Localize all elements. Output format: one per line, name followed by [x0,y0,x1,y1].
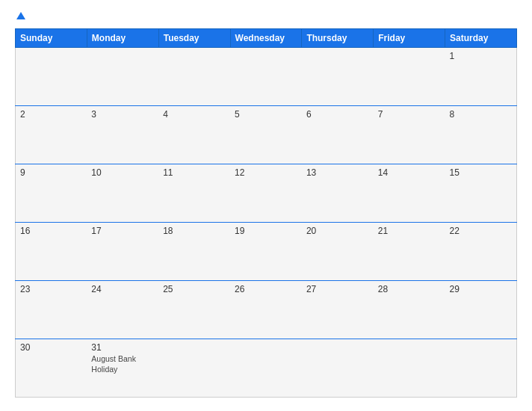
day-number: 6 [306,109,369,120]
logo-blue [15,12,25,19]
weekday-header-thursday: Thursday [302,29,374,48]
calendar-cell [230,48,302,106]
calendar-cell: 8 [445,106,517,164]
calendar-cell: 5 [230,106,302,164]
calendar-cell [158,48,230,106]
calendar-cell [16,48,87,106]
day-number: 14 [378,167,441,178]
calendar-cell: 15 [445,164,517,223]
event-label: August Bank Holiday [91,354,154,374]
week-row-2: 2345678 [16,106,517,164]
calendar-cell: 27 [302,281,374,339]
calendar-cell: 6 [302,106,374,164]
day-number: 16 [20,226,82,236]
logo-triangle-icon [16,12,25,19]
calendar-cell: 19 [230,223,302,281]
calendar-cell [374,339,445,398]
week-row-1: 1 [16,48,517,106]
day-number: 8 [450,109,512,120]
day-number: 23 [20,284,82,294]
calendar-cell: 17 [87,223,158,281]
day-number: 30 [20,342,82,353]
day-number: 26 [235,284,297,294]
weekday-header-friday: Friday [374,29,445,48]
day-number: 25 [163,284,226,294]
calendar-cell: 12 [230,164,302,223]
calendar-cell: 18 [158,223,230,281]
day-number: 31 [91,342,154,353]
calendar-cell: 24 [87,281,158,339]
calendar-cell [87,48,158,106]
day-number: 28 [378,284,441,294]
day-number: 24 [91,284,154,294]
weekday-header-tuesday: Tuesday [158,29,230,48]
calendar-cell: 13 [302,164,374,223]
calendar-cell: 11 [158,164,230,223]
day-number: 21 [378,226,441,236]
day-number: 18 [163,226,226,236]
calendar-cell: 16 [16,223,87,281]
calendar-cell [302,48,374,106]
calendar-grid: SundayMondayTuesdayWednesdayThursdayFrid… [15,28,517,398]
calendar-cell: 20 [302,223,374,281]
calendar-cell: 30 [16,339,87,398]
day-number: 7 [378,109,441,120]
calendar-cell: 9 [16,164,87,223]
day-number: 19 [235,226,297,236]
calendar-cell [374,48,445,106]
calendar-cell: 7 [374,106,445,164]
calendar-cell: 22 [445,223,517,281]
day-number: 13 [306,167,369,178]
calendar-cell: 10 [87,164,158,223]
day-number: 22 [450,226,512,236]
calendar-cell: 25 [158,281,230,339]
weekday-header-sunday: Sunday [16,29,87,48]
calendar-cell [158,339,230,398]
calendar-wrapper: SundayMondayTuesdayWednesdayThursdayFrid… [0,0,532,411]
calendar-cell: 3 [87,106,158,164]
calendar-cell [302,339,374,398]
weekday-header-saturday: Saturday [445,29,517,48]
day-number: 5 [235,109,297,120]
day-number: 17 [91,226,154,236]
day-number: 29 [450,284,512,294]
logo-area [15,12,25,19]
day-number: 15 [450,167,512,178]
calendar-cell: 1 [445,48,517,106]
weekday-header-row: SundayMondayTuesdayWednesdayThursdayFrid… [16,29,517,48]
weekday-header-monday: Monday [87,29,158,48]
day-number: 27 [306,284,369,294]
calendar-cell: 29 [445,281,517,339]
calendar-cell: 28 [374,281,445,339]
calendar-cell: 21 [374,223,445,281]
week-row-3: 9101112131415 [16,164,517,223]
day-number: 2 [20,109,82,120]
calendar-header [15,12,517,19]
weekday-header-wednesday: Wednesday [230,29,302,48]
calendar-cell [230,339,302,398]
day-number: 11 [163,167,226,178]
calendar-cell: 26 [230,281,302,339]
day-number: 20 [306,226,369,236]
day-number: 12 [235,167,297,178]
week-row-5: 23242526272829 [16,281,517,339]
calendar-cell: 23 [16,281,87,339]
day-number: 10 [91,167,154,178]
day-number: 4 [163,109,226,120]
day-number: 1 [450,51,512,61]
calendar-cell: 2 [16,106,87,164]
calendar-cell: 14 [374,164,445,223]
day-number: 9 [20,167,82,178]
calendar-cell: 31August Bank Holiday [87,339,158,398]
calendar-cell: 4 [158,106,230,164]
day-number: 3 [91,109,154,120]
week-row-6: 3031August Bank Holiday [16,339,517,398]
week-row-4: 16171819202122 [16,223,517,281]
calendar-cell [445,339,517,398]
